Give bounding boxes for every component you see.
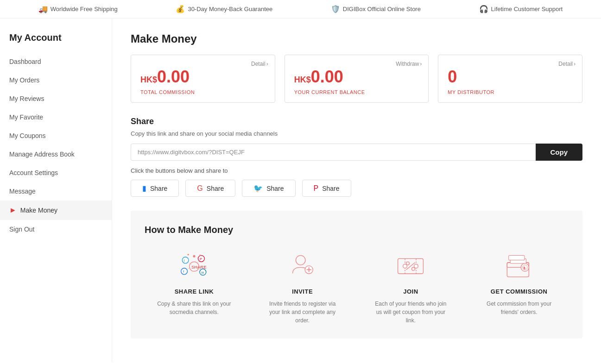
sidebar-label-my-orders: My Orders bbox=[9, 76, 39, 84]
chevron-right-icon: › bbox=[266, 61, 268, 67]
topbar-official: 🛡️ DIGIBox Official Online Store bbox=[331, 5, 421, 13]
svg-point-28 bbox=[414, 264, 418, 268]
share-link-step-icon: SHARE t P f in bbox=[176, 249, 213, 282]
active-arrow-icon: ► bbox=[9, 206, 17, 214]
page-title: Make Money bbox=[131, 32, 582, 45]
share-buttons-label: Click the buttons below and share to bbox=[131, 167, 582, 174]
sidebar-label-account-settings: Account Settings bbox=[9, 169, 58, 176]
share-link-step-title: SHARE LINK bbox=[175, 288, 214, 295]
invite-step-desc: Invite friends to register via your link… bbox=[266, 300, 340, 325]
total-commission-detail-link[interactable]: Detail › bbox=[251, 61, 268, 67]
svg-point-27 bbox=[403, 264, 407, 268]
pinterest-icon: P bbox=[314, 184, 319, 193]
google-share-label: Share bbox=[207, 185, 224, 192]
total-commission-number: 0.00 bbox=[157, 67, 190, 87]
sidebar-item-dashboard[interactable]: Dashboard bbox=[0, 52, 112, 71]
pinterest-share-label: Share bbox=[322, 185, 339, 192]
sidebar-item-make-money[interactable]: ► Make Money bbox=[0, 201, 112, 220]
copy-button[interactable]: Copy bbox=[536, 144, 583, 161]
svg-line-26 bbox=[406, 263, 415, 270]
svg-point-14 bbox=[193, 255, 195, 257]
sidebar-label-my-reviews: My Reviews bbox=[9, 95, 44, 102]
my-distributor-value: 0 bbox=[448, 67, 573, 87]
sidebar-item-my-orders[interactable]: My Orders bbox=[0, 71, 112, 89]
my-distributor-label: MY DISTRIBUTOR bbox=[448, 89, 573, 95]
sidebar-item-my-reviews[interactable]: My Reviews bbox=[0, 89, 112, 108]
total-commission-value: HK$ 0.00 bbox=[140, 67, 266, 87]
topbar-shipping: 🚚 Worldwide Free Shipping bbox=[38, 5, 118, 13]
svg-text:SHARE: SHARE bbox=[191, 264, 206, 270]
topbar-shipping-label: Worldwide Free Shipping bbox=[51, 6, 118, 13]
google-icon: G bbox=[197, 184, 202, 193]
layout: My Account Dashboard My Orders My Review… bbox=[0, 19, 601, 362]
facebook-share-button[interactable]: ▮ Share bbox=[131, 180, 179, 197]
svg-rect-35 bbox=[509, 256, 525, 260]
how-to-make-money-section: How to Make Money SHARE t P bbox=[131, 211, 582, 339]
how-step-invite: INVITE Invite friends to register via yo… bbox=[253, 249, 352, 325]
guarantee-icon: 💰 bbox=[176, 5, 185, 13]
current-balance-link-label: Withdraw bbox=[396, 61, 419, 67]
how-step-join: JOIN Each of your friends who join us wi… bbox=[361, 249, 461, 325]
my-distributor-detail-link[interactable]: Detail › bbox=[558, 61, 576, 67]
sidebar-label-manage-address: Manage Address Book bbox=[9, 151, 75, 158]
twitter-icon: 🐦 bbox=[253, 184, 263, 193]
stat-card-my-distributor: Detail › 0 MY DISTRIBUTOR bbox=[438, 55, 582, 103]
share-section-title: Share bbox=[131, 117, 582, 126]
pinterest-share-button[interactable]: P Share bbox=[302, 180, 351, 197]
get-commission-step-icon: $ bbox=[500, 249, 538, 282]
twitter-share-button[interactable]: 🐦 Share bbox=[242, 180, 295, 197]
sidebar-item-my-favorite[interactable]: My Favorite bbox=[0, 108, 112, 126]
topbar-guarantee: 💰 30-Day Money-Back Guarantee bbox=[176, 5, 272, 13]
share-link-input[interactable] bbox=[131, 144, 536, 161]
current-balance-label: YOUR CURRENT BALANCE bbox=[294, 89, 419, 95]
current-balance-withdraw-link[interactable]: Withdraw › bbox=[396, 61, 422, 67]
sidebar-item-sign-out[interactable]: Sign Out bbox=[0, 220, 112, 238]
sidebar-item-message[interactable]: Message bbox=[0, 182, 112, 201]
how-section-title: How to Make Money bbox=[145, 225, 569, 235]
svg-point-17 bbox=[296, 256, 305, 265]
share-link-row: Copy bbox=[131, 144, 582, 161]
sidebar: My Account Dashboard My Orders My Review… bbox=[0, 19, 112, 362]
topbar-support-label: Lifetime Customer Support bbox=[491, 6, 563, 13]
get-commission-step-desc: Get commission from your friends' orders… bbox=[482, 300, 556, 316]
stat-card-total-commission: Detail › HK$ 0.00 TOTAL COMMISSION bbox=[131, 55, 275, 103]
sidebar-label-dashboard: Dashboard bbox=[9, 58, 41, 65]
topbar-official-label: DIGIBox Official Online Store bbox=[343, 6, 421, 13]
svg-text:P: P bbox=[200, 257, 202, 261]
total-commission-link-label: Detail bbox=[251, 61, 266, 67]
google-share-button[interactable]: G Share bbox=[185, 180, 235, 197]
svg-point-15 bbox=[187, 254, 189, 255]
invite-step-icon bbox=[284, 249, 321, 282]
sidebar-item-my-coupons[interactable]: My Coupons bbox=[0, 126, 112, 145]
invite-step-title: INVITE bbox=[292, 288, 313, 295]
share-section-desc: Copy this link and share on your social … bbox=[131, 130, 582, 137]
social-buttons-row: ▮ Share G Share 🐦 Share P Share bbox=[131, 180, 582, 197]
shipping-icon: 🚚 bbox=[38, 5, 48, 13]
sidebar-item-manage-address[interactable]: Manage Address Book bbox=[0, 145, 112, 163]
sidebar-label-my-coupons: My Coupons bbox=[9, 132, 46, 139]
how-step-get-commission: $ GET COMMISSION Get commission from you… bbox=[469, 249, 569, 325]
sidebar-title: My Account bbox=[0, 28, 112, 52]
svg-point-16 bbox=[199, 255, 201, 256]
join-step-desc: Each of your friends who join us will ge… bbox=[373, 300, 448, 325]
facebook-share-label: Share bbox=[150, 185, 167, 192]
sidebar-label-make-money: Make Money bbox=[20, 207, 57, 214]
share-link-step-desc: Copy & share this link on your socmedia … bbox=[157, 300, 231, 316]
sidebar-label-message: Message bbox=[9, 188, 36, 195]
svg-point-25 bbox=[412, 267, 415, 270]
my-distributor-number: 0 bbox=[448, 67, 457, 87]
facebook-icon: ▮ bbox=[142, 184, 146, 193]
topbar-support: 🎧 Lifetime Customer Support bbox=[479, 5, 563, 13]
topbar-guarantee-label: 30-Day Money-Back Guarantee bbox=[188, 6, 272, 13]
sidebar-label-my-favorite: My Favorite bbox=[9, 113, 43, 121]
svg-text:in: in bbox=[201, 270, 204, 275]
how-steps: SHARE t P f in bbox=[145, 249, 569, 325]
join-step-title: JOIN bbox=[403, 288, 418, 295]
sidebar-item-account-settings[interactable]: Account Settings bbox=[0, 163, 112, 182]
svg-point-24 bbox=[406, 262, 410, 265]
svg-point-6 bbox=[181, 268, 188, 275]
join-step-icon bbox=[392, 249, 429, 282]
total-commission-label: TOTAL COMMISSION bbox=[140, 89, 266, 95]
twitter-share-label: Share bbox=[266, 185, 284, 192]
current-balance-prefix: HK$ bbox=[294, 75, 311, 85]
